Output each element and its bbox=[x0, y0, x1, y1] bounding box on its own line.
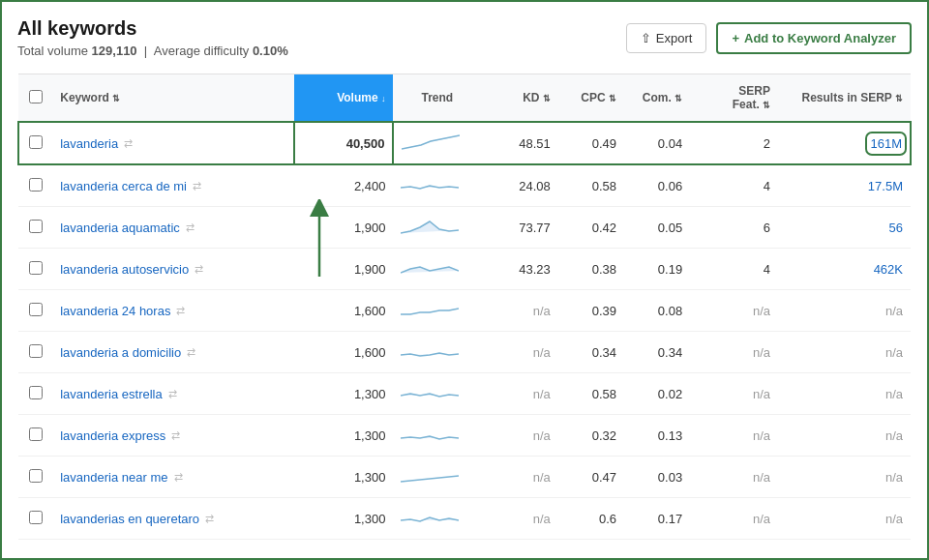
header-left: All keywords Total volume 129,110 | Aver… bbox=[17, 17, 288, 58]
results-serp-cell: 462K bbox=[778, 249, 911, 290]
table-body: lavanderia⇄40,500 48.510.490.042161Mlava… bbox=[18, 122, 911, 540]
row-checkbox-cell bbox=[18, 290, 52, 332]
trend-cell bbox=[393, 415, 481, 457]
results-serp-cell: 56 bbox=[778, 207, 911, 249]
trend-cell bbox=[393, 290, 481, 332]
filter-icon[interactable]: ⇄ bbox=[168, 388, 177, 400]
results-serp-cell: n/a bbox=[778, 373, 911, 415]
cpc-sort-icon: ⇅ bbox=[609, 94, 616, 103]
volume-cell: 1,600 bbox=[294, 290, 393, 332]
col-header-results-serp[interactable]: Results in SERP ⇅ bbox=[778, 74, 911, 123]
kd-sort-icon: ⇅ bbox=[543, 94, 551, 103]
volume-cell: 1,600 bbox=[294, 332, 393, 373]
kd-cell: n/a bbox=[481, 498, 558, 540]
keyword-link[interactable]: lavanderia autoservicio bbox=[60, 262, 189, 277]
row-checkbox-cell bbox=[18, 373, 52, 415]
col-header-serp-feat[interactable]: SERPFeat. ⇅ bbox=[690, 74, 778, 123]
com-sort-icon: ⇅ bbox=[674, 94, 682, 103]
com-cell: 0.02 bbox=[624, 373, 690, 415]
keyword-link[interactable]: lavanderia cerca de mi bbox=[60, 179, 187, 193]
com-cell: 0.06 bbox=[624, 164, 690, 207]
kd-na: n/a bbox=[533, 470, 551, 485]
add-keyword-label: Add to Keyword Analyzer bbox=[744, 31, 896, 45]
keyword-link[interactable]: lavanderia 24 horas bbox=[60, 304, 170, 318]
filter-icon[interactable]: ⇄ bbox=[176, 305, 185, 317]
kd-na: n/a bbox=[533, 345, 551, 360]
table-row: lavanderia autoservicio⇄1,900 43.230.380… bbox=[18, 249, 911, 290]
keyword-link[interactable]: lavanderias en queretaro bbox=[60, 512, 199, 526]
com-cell: 0.05 bbox=[624, 207, 690, 249]
row-checkbox[interactable] bbox=[29, 427, 43, 441]
row-checkbox[interactable] bbox=[29, 511, 43, 524]
col-header-check bbox=[18, 74, 52, 123]
col-header-volume[interactable]: Volume ↓ bbox=[294, 74, 393, 123]
keyword-link[interactable]: lavanderia bbox=[60, 136, 118, 151]
col-header-kd[interactable]: KD ⇅ bbox=[481, 74, 558, 123]
serp-feat-cell: n/a bbox=[690, 290, 778, 332]
results-link[interactable]: 56 bbox=[889, 221, 903, 235]
col-header-com[interactable]: Com. ⇅ bbox=[624, 74, 690, 123]
keywords-table: Keyword ⇅ Volume ↓ Trend KD ⇅ CPC ⇅ Com.… bbox=[17, 74, 912, 540]
cpc-cell: 0.58 bbox=[558, 164, 624, 207]
select-all-checkbox[interactable] bbox=[29, 90, 43, 103]
row-checkbox-cell bbox=[18, 122, 52, 164]
row-checkbox[interactable] bbox=[29, 178, 43, 192]
keyword-link[interactable]: lavanderia estrella bbox=[60, 387, 163, 401]
results-serp-cell: n/a bbox=[778, 290, 911, 332]
serp-feat-cell: 4 bbox=[690, 249, 778, 290]
keyword-link[interactable]: lavanderia aquamatic bbox=[60, 221, 180, 235]
com-cell: 0.17 bbox=[624, 498, 690, 540]
row-checkbox[interactable] bbox=[29, 303, 43, 316]
table-row: lavanderia aquamatic⇄1,900 73.770.420.05… bbox=[18, 207, 911, 249]
filter-icon[interactable]: ⇄ bbox=[195, 263, 203, 276]
table-wrapper: Keyword ⇅ Volume ↓ Trend KD ⇅ CPC ⇅ Com.… bbox=[17, 74, 912, 540]
col-header-keyword[interactable]: Keyword ⇅ bbox=[52, 74, 294, 123]
com-cell: 0.03 bbox=[624, 457, 690, 498]
row-checkbox[interactable] bbox=[29, 261, 43, 275]
keyword-cell: lavanderia near me⇄ bbox=[52, 457, 294, 498]
filter-icon[interactable]: ⇄ bbox=[174, 471, 183, 484]
filter-icon[interactable]: ⇄ bbox=[193, 180, 201, 192]
results-link[interactable]: 17.5M bbox=[868, 179, 903, 193]
row-checkbox[interactable] bbox=[29, 469, 43, 483]
results-link[interactable]: 462K bbox=[874, 262, 903, 277]
filter-icon[interactable]: ⇄ bbox=[171, 429, 180, 442]
total-volume: 129,110 bbox=[92, 44, 137, 58]
row-checkbox[interactable] bbox=[29, 220, 43, 233]
cpc-cell: 0.32 bbox=[558, 415, 624, 457]
serp-feat-cell: 6 bbox=[690, 207, 778, 249]
keyword-link[interactable]: lavanderia express bbox=[60, 428, 165, 443]
volume-cell: 1,300 bbox=[294, 415, 393, 457]
filter-icon[interactable]: ⇄ bbox=[205, 513, 214, 525]
export-label: Export bbox=[656, 31, 693, 45]
keyword-link[interactable]: lavanderia near me bbox=[60, 470, 167, 485]
results-link[interactable]: 161M bbox=[870, 136, 902, 151]
volume-label: Total volume bbox=[17, 44, 88, 58]
filter-icon[interactable]: ⇄ bbox=[124, 137, 133, 150]
row-checkbox[interactable] bbox=[29, 135, 43, 149]
cpc-cell: 0.6 bbox=[558, 498, 624, 540]
filter-icon[interactable]: ⇄ bbox=[186, 221, 195, 234]
table-row: lavanderias en queretaro⇄1,300 n/a0.60.1… bbox=[18, 498, 911, 540]
row-checkbox-cell bbox=[18, 332, 52, 373]
trend-cell bbox=[393, 164, 481, 207]
export-button[interactable]: ⇧ Export bbox=[626, 23, 707, 53]
row-checkbox[interactable] bbox=[29, 344, 43, 358]
cpc-cell: 0.38 bbox=[558, 249, 624, 290]
kd-na: n/a bbox=[533, 304, 551, 318]
com-cell: 0.34 bbox=[624, 332, 690, 373]
com-cell: 0.08 bbox=[624, 290, 690, 332]
add-keyword-button[interactable]: + Add to Keyword Analyzer bbox=[716, 22, 912, 54]
col-header-cpc[interactable]: CPC ⇅ bbox=[558, 74, 624, 123]
results-na: n/a bbox=[885, 428, 903, 443]
volume-cell: 1,300 bbox=[294, 498, 393, 540]
kd-cell: n/a bbox=[481, 415, 558, 457]
row-checkbox[interactable] bbox=[29, 386, 43, 399]
filter-icon[interactable]: ⇄ bbox=[187, 346, 195, 359]
header-actions: ⇧ Export + Add to Keyword Analyzer bbox=[626, 22, 912, 54]
serp-sort-icon: ⇅ bbox=[763, 101, 770, 110]
results-serp-cell: 161M bbox=[778, 122, 911, 164]
keyword-cell: lavanderia⇄ bbox=[52, 122, 294, 164]
table-row: lavanderia cerca de mi⇄2,400 24.080.580.… bbox=[18, 164, 911, 207]
keyword-link[interactable]: lavanderia a domicilio bbox=[60, 345, 181, 360]
